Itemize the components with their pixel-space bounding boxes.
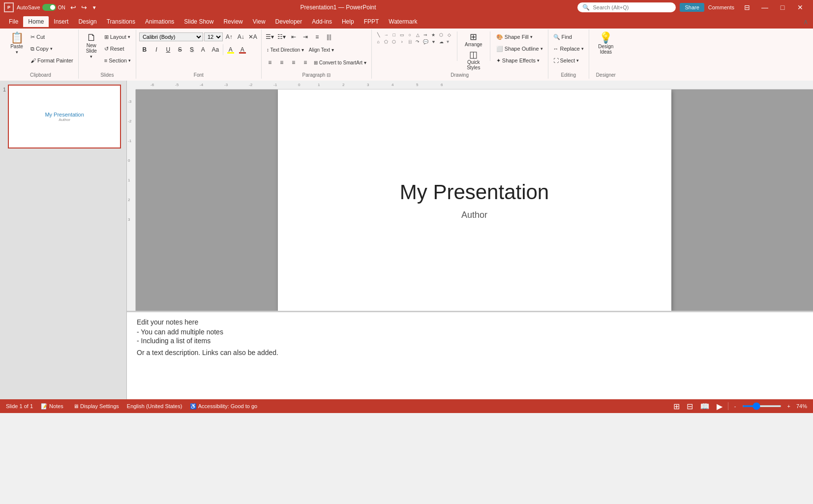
ribbon-collapse-btn[interactable]: ∧ (802, 17, 809, 27)
shape-cloud[interactable]: ☁ (438, 38, 445, 45)
format-painter-button[interactable]: 🖌 Format Painter (29, 55, 75, 66)
maximize-button[interactable]: □ (774, 0, 791, 15)
line-spacing-button[interactable]: ≡ (312, 31, 323, 42)
section-button[interactable]: ≡ Section ▾ (102, 55, 133, 66)
menu-insert[interactable]: Insert (49, 16, 73, 27)
autosave-toggle[interactable]: AutoSave ON (17, 4, 65, 11)
normal-view-button[interactable]: ⊞ (672, 401, 681, 412)
text-direction-button[interactable]: ↕ Text Direction ▾ (265, 44, 306, 55)
change-case-button[interactable]: Aa (210, 44, 221, 55)
decrease-font-button[interactable]: A↓ (236, 31, 246, 42)
slide-thumbnail[interactable]: My Presentation Author (8, 85, 121, 148)
shape-rect[interactable]: □ (391, 31, 398, 38)
select-button[interactable]: ⛶ Select ▾ (551, 55, 586, 66)
shape-trapezoid[interactable]: ⌂ (375, 38, 382, 45)
menu-file[interactable]: File (4, 16, 23, 27)
slide-title-text[interactable]: My Presentation (400, 180, 549, 204)
menu-help[interactable]: Help (337, 16, 359, 27)
columns-button[interactable]: ||| (324, 31, 334, 42)
shapes-expand-button[interactable]: ▾ (446, 39, 450, 44)
shape-parallelogram[interactable]: ⬡ (438, 31, 445, 38)
indent-decrease-button[interactable]: ⇤ (288, 31, 299, 42)
bullet-list-button[interactable]: ☰▾ (265, 31, 275, 42)
clear-format-button[interactable]: ✕A (247, 31, 258, 42)
menu-developer[interactable]: Developer (271, 16, 307, 27)
shape-curved-arrow[interactable]: ↷ (414, 38, 422, 45)
zoom-in-button[interactable]: + (785, 402, 792, 410)
shape-hexagon[interactable]: ⬡ (391, 38, 398, 45)
shape-diamond[interactable]: ◇ (446, 31, 453, 38)
shape-heart[interactable]: ♥ (430, 38, 437, 45)
align-left-button[interactable]: ≡ (265, 57, 275, 68)
paragraph-dialog-launcher[interactable]: ⊟ (327, 72, 331, 78)
menu-design[interactable]: Design (73, 16, 101, 27)
italic-button[interactable]: I (151, 44, 162, 55)
increase-font-button[interactable]: A↑ (224, 31, 235, 42)
minimize-button[interactable]: — (756, 0, 774, 15)
slide-canvas[interactable]: My Presentation Author (278, 89, 671, 311)
shape-line[interactable]: ╲ (375, 31, 382, 38)
ribbon-display-button[interactable]: ⊟ (738, 0, 756, 15)
indent-increase-button[interactable]: ⇥ (300, 31, 311, 42)
copy-button[interactable]: ⧉ Copy ▾ (29, 43, 75, 54)
undo-button[interactable]: ↩ (68, 2, 78, 12)
menu-animations[interactable]: Animations (140, 16, 179, 27)
cut-button[interactable]: ✂ Cut (29, 31, 75, 42)
menu-slideshow[interactable]: Slide Show (179, 16, 218, 27)
comments-button[interactable]: Comments (708, 4, 734, 10)
shape-outline-button[interactable]: ⬜ Shape Outline ▾ (494, 43, 545, 54)
menu-addins[interactable]: Add-ins (307, 16, 337, 27)
char-spacing-button[interactable]: A (198, 44, 209, 55)
share-button[interactable]: Share (680, 3, 704, 12)
align-right-button[interactable]: ≡ (288, 57, 299, 68)
align-text-button[interactable]: Align Text ▾ (307, 44, 336, 55)
shape-callout[interactable]: 💬 (422, 38, 429, 45)
menu-fppt[interactable]: FPPT (359, 16, 384, 27)
display-settings-button[interactable]: 🖥 Display Settings (71, 402, 121, 410)
accessibility-button[interactable]: ♿ Accessibility: Good to go (188, 402, 259, 411)
shape-chevron[interactable]: › (398, 38, 406, 45)
shape-triangle[interactable]: △ (414, 31, 422, 38)
shape-effects-button[interactable]: ✦ Shape Effects ▾ (494, 55, 545, 66)
zoom-slider[interactable] (742, 405, 782, 407)
menu-home[interactable]: Home (23, 16, 49, 27)
convert-smartart-button[interactable]: ⊞ Convert to SmartArt ▾ (312, 57, 368, 68)
shape-right-arrow[interactable]: ⇒ (422, 31, 429, 38)
font-size-select[interactable]: 12 (204, 32, 223, 41)
shape-ribbon[interactable]: ⌸ (406, 38, 414, 45)
layout-button[interactable]: ⊞ Layout ▾ (102, 31, 133, 42)
bold-button[interactable]: B (139, 44, 150, 55)
reading-view-button[interactable]: 📖 (698, 401, 711, 412)
slide-subtitle-text[interactable]: Author (461, 210, 487, 220)
menu-view[interactable]: View (248, 16, 271, 27)
menu-review[interactable]: Review (218, 16, 247, 27)
highlight-color-button[interactable]: A (225, 44, 236, 55)
search-input[interactable] (593, 4, 662, 10)
shape-star[interactable]: ★ (430, 31, 437, 38)
design-ideas-button[interactable]: 💡 DesignIdeas (592, 31, 620, 56)
underline-button[interactable]: U (163, 44, 174, 55)
reset-button[interactable]: ↺ Reset (102, 43, 133, 54)
menu-transitions[interactable]: Transitions (102, 16, 140, 27)
font-family-select[interactable]: Calibri (Body) (139, 32, 203, 41)
shape-oval[interactable]: ○ (406, 31, 414, 38)
shape-pentagon[interactable]: ⬠ (383, 38, 390, 45)
new-slide-button[interactable]: 🗋 NewSlide ▾ (82, 31, 101, 60)
font-color-button[interactable]: A (237, 44, 248, 55)
shape-arrow-right[interactable]: → (383, 31, 390, 38)
align-center-button[interactable]: ≡ (276, 57, 287, 68)
arrange-button[interactable]: ⊞ Arrange (461, 31, 486, 48)
strikethrough-button[interactable]: S (175, 44, 185, 55)
slideshow-button[interactable]: ▶ (715, 401, 724, 412)
redo-button[interactable]: ↪ (79, 2, 89, 12)
customize-qa-button[interactable]: ▼ (90, 2, 99, 12)
justify-button[interactable]: ≡ (300, 57, 311, 68)
find-button[interactable]: 🔍 Find (551, 31, 586, 42)
slide-sorter-button[interactable]: ⊟ (685, 401, 694, 412)
shape-fill-button[interactable]: 🎨 Shape Fill ▾ (494, 31, 545, 42)
close-button[interactable]: ✕ (791, 0, 809, 15)
menu-watermark[interactable]: Watermark (384, 16, 422, 27)
replace-button[interactable]: ↔ Replace ▾ (551, 43, 586, 54)
shadow-button[interactable]: S (186, 44, 197, 55)
autosave-switch[interactable] (42, 4, 56, 11)
